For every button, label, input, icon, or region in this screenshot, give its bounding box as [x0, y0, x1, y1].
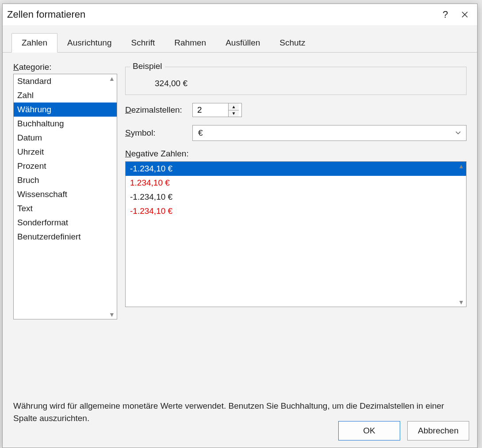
sample-label: Beispiel: [130, 61, 165, 71]
cancel-button[interactable]: Abbrechen: [407, 421, 469, 440]
tab-ausrichtung[interactable]: Ausrichtung: [57, 34, 121, 52]
category-item[interactable]: Text: [14, 201, 117, 216]
category-item[interactable]: Währung: [14, 103, 117, 117]
sample-value: 324,00 €: [133, 79, 459, 88]
symbol-value: €: [193, 128, 450, 138]
dialog-buttons: OK Abbrechen: [338, 421, 469, 440]
close-button[interactable]: [455, 5, 474, 24]
decimals-input[interactable]: [193, 103, 228, 117]
category-column: Kategorie: ▲ ▼ StandardZahlWährungBuchha…: [13, 62, 117, 319]
scroll-down-icon: ▼: [457, 299, 465, 306]
symbol-combo[interactable]: €: [192, 125, 467, 141]
decimals-row: Dezimalstellen: ▲ ▼: [125, 103, 467, 117]
tab-zahlen[interactable]: Zahlen: [11, 33, 57, 53]
category-item[interactable]: Zahl: [14, 88, 117, 103]
category-item[interactable]: Standard: [14, 74, 117, 88]
negative-item[interactable]: -1.234,10 €: [126, 204, 466, 218]
category-listbox[interactable]: ▲ ▼ StandardZahlWährungBuchhaltungDatumU…: [13, 74, 117, 319]
negative-item[interactable]: -1.234,10 €: [126, 190, 466, 204]
tab-schrift[interactable]: Schrift: [121, 34, 164, 52]
category-item[interactable]: Wissenschaft: [14, 187, 117, 201]
tab-content: Kategorie: ▲ ▼ StandardZahlWährungBuchha…: [3, 53, 477, 388]
format-cells-dialog: Zellen formatieren ? Zahlen Ausrichtung …: [2, 4, 478, 448]
negative-item[interactable]: -1.234,10 €: [126, 162, 466, 176]
negative-listbox[interactable]: ▲ ▼ -1.234,10 €1.234,10 €-1.234,10 €-1.2…: [125, 161, 467, 307]
chevron-down-icon: [450, 131, 466, 135]
spinner-arrows: ▲ ▼: [228, 103, 239, 117]
symbol-row: Symbol: €: [125, 125, 467, 141]
settings-column: Beispiel 324,00 € Dezimalstellen: ▲ ▼ Sy…: [125, 62, 467, 319]
tab-ausfuellen[interactable]: Ausfüllen: [216, 34, 270, 52]
category-item[interactable]: Benutzerdefiniert: [14, 230, 117, 244]
help-button[interactable]: ?: [436, 5, 455, 24]
scroll-down-icon: ▼: [108, 311, 116, 318]
titlebar: Zellen formatieren ?: [3, 4, 477, 25]
category-item[interactable]: Prozent: [14, 159, 117, 173]
close-icon: [462, 11, 468, 18]
symbol-label: Symbol:: [125, 128, 188, 138]
tab-schutz[interactable]: Schutz: [270, 34, 315, 52]
sample-group: Beispiel 324,00 €: [125, 67, 467, 95]
category-description: Währung wird für allgemeine monetäre Wer…: [3, 388, 477, 425]
spinner-down[interactable]: ▼: [229, 110, 239, 117]
category-item[interactable]: Bruch: [14, 173, 117, 187]
ok-button[interactable]: OK: [338, 421, 400, 440]
tab-row: Zahlen Ausrichtung Schrift Rahmen Ausfül…: [3, 25, 477, 53]
decimals-label: Dezimalstellen:: [125, 105, 188, 115]
dialog-title: Zellen formatieren: [7, 9, 436, 20]
negative-item[interactable]: 1.234,10 €: [126, 176, 466, 190]
tab-rahmen[interactable]: Rahmen: [164, 34, 216, 52]
category-label: Kategorie:: [13, 62, 117, 72]
spinner-up[interactable]: ▲: [229, 103, 239, 110]
category-item[interactable]: Buchhaltung: [14, 117, 117, 131]
decimals-spinner[interactable]: ▲ ▼: [192, 103, 242, 117]
category-item[interactable]: Datum: [14, 131, 117, 145]
category-item[interactable]: Uhrzeit: [14, 145, 117, 159]
category-item[interactable]: Sonderformat: [14, 216, 117, 230]
negative-label: Negative Zahlen:: [125, 149, 467, 159]
